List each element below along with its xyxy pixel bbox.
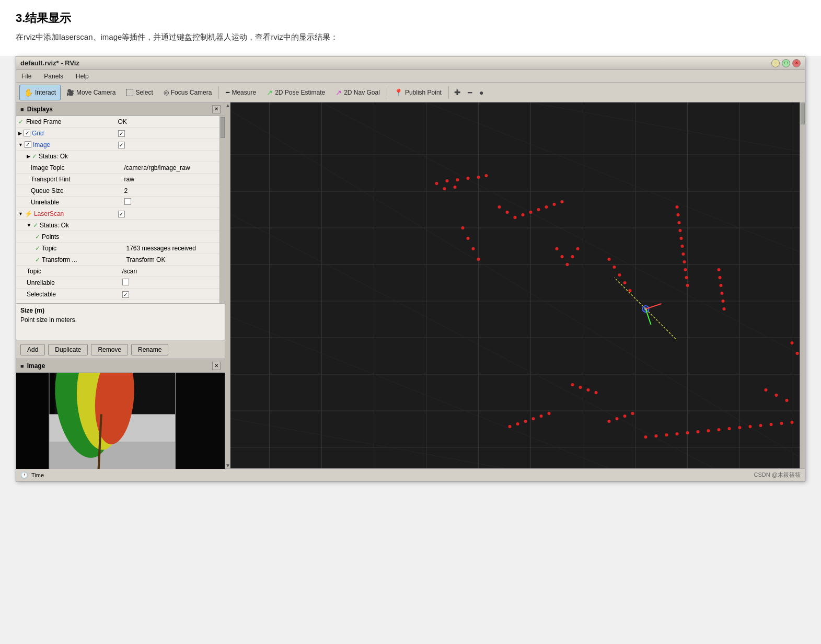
menubar: File Panels Help xyxy=(16,70,805,83)
image-panel-close-btn[interactable]: ✕ xyxy=(212,362,221,370)
svg-point-98 xyxy=(472,247,475,250)
svg-point-42 xyxy=(456,178,459,181)
displays-icon: ■ xyxy=(20,106,24,112)
viewport-scrollbar-thumb[interactable] xyxy=(801,104,805,124)
image-panel-content xyxy=(16,373,225,469)
add-icon-btn[interactable]: ✚ xyxy=(451,87,464,98)
page-wrapper: 3.结果显示 在rviz中添加laserscan、image等插件，并通过键盘控… xyxy=(0,0,821,56)
2d-pose-button[interactable]: ↗ 2D Pose Estimate xyxy=(262,85,330,100)
center-scroll-area[interactable]: ▲ ▼ xyxy=(225,102,230,468)
ls-status-label: ▼ ✓ Status: Ok xyxy=(27,222,217,229)
image-triangle[interactable]: ▼ xyxy=(18,142,23,147)
grid-check[interactable]: ✓ xyxy=(24,130,30,136)
select-button[interactable]: Select xyxy=(121,85,157,100)
tree-row-ls-topic-status: ✓ Topic 1763 messages received xyxy=(16,243,219,254)
svg-point-123 xyxy=(616,417,619,420)
image-status-check[interactable]: ✓ xyxy=(32,153,37,160)
svg-point-119 xyxy=(765,388,768,392)
settings-icon-btn[interactable]: ● xyxy=(476,87,487,98)
svg-point-99 xyxy=(477,258,480,261)
fixed-frame-check[interactable]: ✓ xyxy=(18,118,24,125)
grid-triangle[interactable]: ▶ xyxy=(18,131,22,136)
tooltip-area: Size (m) Point size in meters. xyxy=(16,303,225,340)
focus-camera-button[interactable]: ◎ Focus Camera xyxy=(159,85,217,100)
tree-row-laserscan: ▼ ⚡ LaserScan ✓ xyxy=(16,208,219,220)
tree-scrollbar[interactable] xyxy=(219,116,225,303)
unreliable-ls-checkbox[interactable] xyxy=(122,279,129,285)
laserscan-check[interactable]: ⚡ xyxy=(25,210,32,217)
queue-size-value[interactable]: 2 xyxy=(124,187,218,194)
image-status-triangle[interactable]: ▶ xyxy=(27,154,30,159)
tree-scroll-thumb[interactable] xyxy=(221,117,225,138)
publish-point-button[interactable]: 📍 Publish Point xyxy=(389,85,446,100)
image-topic-value[interactable]: /camera/rgb/image_raw xyxy=(124,164,218,171)
svg-point-57 xyxy=(685,276,688,279)
close-button[interactable]: ✕ xyxy=(792,59,801,67)
toolbar: ✋ Interact 🎥 Move Camera Select ◎ Focus … xyxy=(16,83,805,102)
svg-point-68 xyxy=(676,432,679,435)
tree-row-image-topic: Image Topic /camera/rgb/image_raw xyxy=(16,162,219,174)
statusbar-left: 🕐 Time xyxy=(20,472,44,479)
2d-pose-label: 2D Pose Estimate xyxy=(275,89,325,96)
duplicate-button[interactable]: Duplicate xyxy=(48,344,88,355)
fixed-frame-value: OK xyxy=(118,118,218,125)
unreliable-image-checkbox[interactable] xyxy=(124,198,131,205)
grid-value: ✓ xyxy=(118,130,218,137)
remove-button[interactable]: Remove xyxy=(91,344,128,355)
menu-file[interactable]: File xyxy=(19,72,33,81)
center-scroll-arrow-up[interactable]: ▲ xyxy=(225,102,230,108)
svg-point-78 xyxy=(780,422,783,425)
svg-point-116 xyxy=(545,205,548,209)
viewport-right-scrollbar[interactable] xyxy=(800,102,805,468)
center-scroll-arrow-down[interactable]: ▼ xyxy=(225,463,230,468)
viewport[interactable] xyxy=(230,102,805,468)
2d-nav-button[interactable]: ↗ 2D Nav Goal xyxy=(331,85,385,100)
svg-point-94 xyxy=(623,281,627,284)
laserscan-checkbox-value[interactable]: ✓ xyxy=(118,211,125,217)
laserscan-triangle[interactable]: ▼ xyxy=(18,211,23,216)
ls-status-name: Status: Ok xyxy=(40,222,69,229)
image-panel: ■ Image ✕ xyxy=(16,359,225,468)
svg-point-47 xyxy=(454,186,457,189)
tree-row-fixed-frame: ✓ Fixed Frame OK xyxy=(16,116,219,128)
selectable-label: Selectable xyxy=(27,291,122,298)
menu-panels[interactable]: Panels xyxy=(42,72,65,81)
move-camera-button[interactable]: 🎥 Move Camera xyxy=(62,85,120,100)
remove-icon-btn[interactable]: ━ xyxy=(465,87,475,98)
svg-point-44 xyxy=(477,176,480,179)
rename-button[interactable]: Rename xyxy=(131,344,168,355)
ls-status-check[interactable]: ✓ xyxy=(33,222,38,229)
menu-help[interactable]: Help xyxy=(74,72,91,81)
grid-name: Grid xyxy=(32,130,44,137)
toolbar-separator-3 xyxy=(448,86,449,99)
bottom-buttons: Add Duplicate Remove Rename xyxy=(16,340,225,359)
svg-point-105 xyxy=(548,412,551,415)
unreliable-image-label: Unreliable xyxy=(31,199,124,206)
add-button[interactable]: Add xyxy=(20,344,45,355)
interact-button[interactable]: ✋ Interact xyxy=(19,85,61,100)
ls-topic-label: Topic xyxy=(27,268,122,275)
ls-topic-value[interactable]: /scan xyxy=(122,268,218,275)
svg-point-113 xyxy=(522,213,525,216)
svg-point-115 xyxy=(537,208,540,211)
transport-hint-value[interactable]: raw xyxy=(124,176,218,183)
svg-point-104 xyxy=(540,415,543,418)
svg-point-97 xyxy=(467,237,470,240)
displays-panel-header: ■ Displays ✕ xyxy=(16,102,225,116)
maximize-button[interactable]: □ xyxy=(782,59,790,67)
svg-point-60 xyxy=(719,276,722,279)
svg-point-87 xyxy=(561,255,564,258)
points-check: ✓ xyxy=(35,233,40,240)
svg-point-56 xyxy=(684,268,687,271)
selectable-checkbox[interactable]: ✓ xyxy=(122,291,129,298)
svg-point-55 xyxy=(683,260,686,263)
grid-checkbox-value[interactable]: ✓ xyxy=(118,130,125,137)
image-checkbox-value[interactable]: ✓ xyxy=(118,142,125,148)
displays-close-btn[interactable]: ✕ xyxy=(212,105,221,113)
minimize-button[interactable]: ─ xyxy=(771,59,780,67)
transform-value: Transform OK xyxy=(126,256,218,263)
ls-status-triangle[interactable]: ▼ xyxy=(27,223,31,228)
measure-button[interactable]: ━ Measure xyxy=(221,85,261,100)
image-check[interactable]: ✓ xyxy=(25,141,31,148)
displays-tree: ✓ Fixed Frame OK ▶ ✓ Grid xyxy=(16,116,219,303)
